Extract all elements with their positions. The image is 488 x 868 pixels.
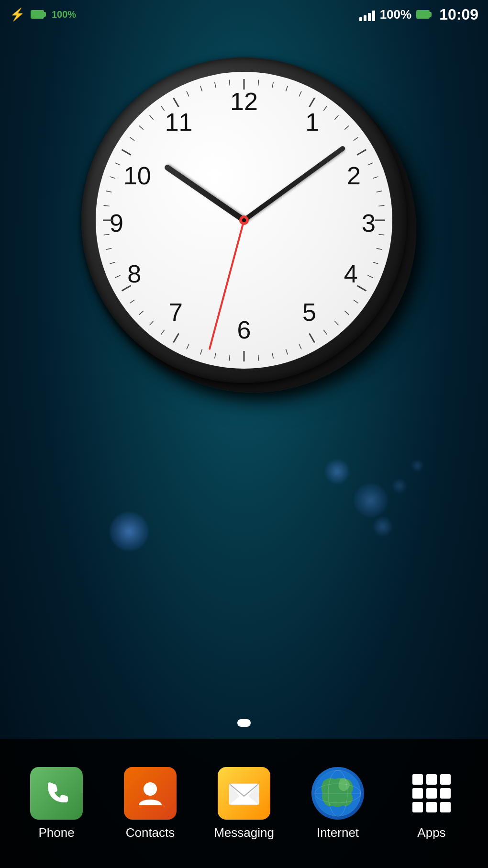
phone-svg [41,778,72,809]
internet-svg [314,769,362,817]
contacts-label: Contacts [126,825,175,840]
battery-pct-left: 100% [52,9,76,20]
signal-bars [359,8,375,21]
clock-face-inner: 12 1 2 3 4 5 6 7 8 9 10 11 [96,72,392,369]
dock-item-contacts[interactable]: Contacts [112,767,189,840]
dock: Phone Contacts Messaging [0,739,488,868]
svg-rect-75 [426,802,437,812]
svg-rect-70 [440,774,451,785]
apps-svg [410,772,453,815]
clock-center-inner [242,218,246,222]
svg-point-60 [144,782,157,796]
apps-label: Apps [417,825,445,840]
contacts-svg [135,778,166,809]
dock-item-phone[interactable]: Phone [18,767,95,840]
battery-icon-right [416,10,432,19]
svg-rect-73 [440,788,451,799]
messaging-svg [227,779,261,808]
svg-rect-76 [440,802,451,812]
internet-label: Internet [317,825,359,840]
status-right: 100% 10:09 [359,6,478,23]
usb-icon: ⚡ [10,7,25,22]
messaging-label: Messaging [214,825,274,840]
bokeh-3 [354,484,388,517]
bokeh-1 [110,512,148,551]
bokeh-6 [411,460,423,472]
svg-rect-74 [412,802,423,812]
apps-icon [405,767,458,820]
hands-container [96,72,392,369]
internet-icon [311,767,364,820]
battery-icon-left [31,10,46,19]
bokeh-4 [373,517,392,536]
svg-rect-68 [412,774,423,785]
signal-bar-3 [368,13,371,21]
page-indicators [237,719,251,727]
phone-label: Phone [38,825,74,840]
contacts-icon [124,767,177,820]
svg-rect-69 [426,774,437,785]
minute-hand [243,145,346,222]
signal-bar-1 [359,17,362,21]
bokeh-2 [325,460,349,484]
status-left: ⚡ 100% [10,7,76,22]
signal-bar-4 [372,11,375,21]
clock-widget[interactable]: 12 1 2 3 4 5 6 7 8 9 10 11 [81,57,407,383]
time-display: 10:09 [439,6,478,23]
dock-item-apps[interactable]: Apps [393,767,470,840]
svg-rect-72 [426,788,437,799]
clock-center-dot [239,215,249,225]
hour-hand [164,164,246,223]
battery-pct-right: 100% [380,7,412,22]
dock-item-internet[interactable]: Internet [299,767,376,840]
svg-rect-71 [412,788,423,799]
page-dot-active[interactable] [237,719,251,727]
messaging-icon [218,767,270,820]
bokeh-5 [392,479,407,493]
status-bar: ⚡ 100% 100% 10:09 [0,0,488,29]
signal-bar-2 [364,15,366,21]
clock-face: 12 1 2 3 4 5 6 7 8 9 10 11 [96,72,392,369]
second-hand [209,220,245,349]
dock-item-messaging[interactable]: Messaging [206,767,282,840]
phone-icon [30,767,83,820]
